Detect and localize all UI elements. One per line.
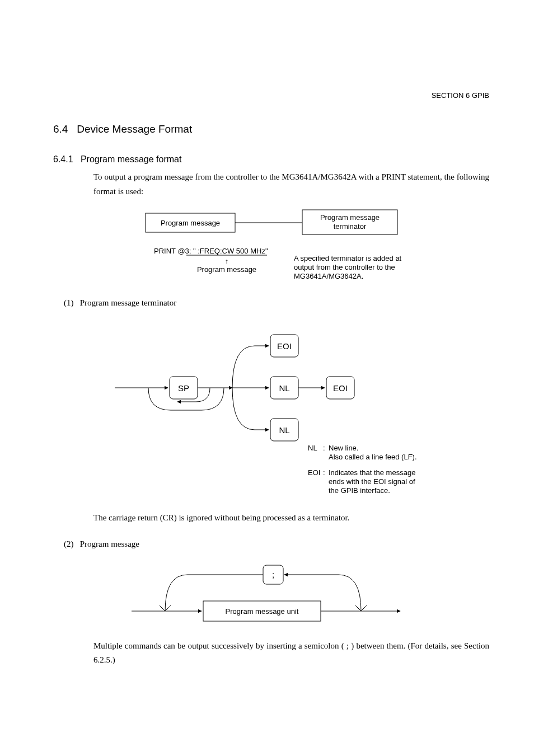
- legend-eoi-3: the GPIB interface.: [329, 486, 390, 495]
- eoi-box-top: EOI: [277, 341, 292, 351]
- item-1: (1) Program message terminator: [80, 296, 489, 311]
- box-program-message: Program message: [160, 219, 219, 227]
- diagram-program-message-format: Program message Program message terminat…: [87, 209, 456, 293]
- legend-nl-1: New line.: [329, 444, 358, 452]
- note-line2: output from the controller to the: [294, 263, 395, 271]
- arrow-up: ↑: [224, 257, 228, 265]
- section-header-text: SECTION 6 GPIB: [432, 91, 489, 100]
- nl-box-mid: NL: [279, 383, 289, 393]
- diagram-terminator: SP EOI NL EOI NL NL : New line. Also cal…: [87, 321, 456, 500]
- heading-number: 6.4: [53, 123, 68, 135]
- item-1-num: (1): [64, 298, 74, 307]
- example-sub: Program message: [196, 265, 256, 274]
- box-terminator-top: Program message: [320, 213, 379, 222]
- semicolon-box: ;: [271, 570, 274, 579]
- subheading-number: 6.4.1: [53, 154, 73, 164]
- legend-nl-2: Also called a line feed (LF).: [329, 453, 417, 461]
- print-example: PRINT @3; " :FREQ:CW 500 MHz": [154, 247, 268, 255]
- item-2: (2) Program message: [80, 537, 489, 552]
- intro-paragraph: To output a program message from the con…: [93, 170, 489, 199]
- legend-eoi-1: Indicates that the message: [329, 468, 415, 477]
- legend-nl-colon: :: [323, 444, 325, 452]
- item-1-title: Program message terminator: [80, 298, 176, 307]
- para-cr-ignored: The carriage return (CR) is ignored with…: [93, 511, 489, 525]
- sp-box: SP: [177, 383, 189, 393]
- eoi-box-mid: EOI: [333, 383, 348, 393]
- legend-eoi-key: EOI: [308, 468, 320, 477]
- box-terminator-bot: terminator: [333, 222, 366, 231]
- heading-6-4: 6.4 Device Message Format: [53, 123, 489, 135]
- diagram-program-message-unit: Program message unit ;: [115, 561, 428, 628]
- heading-6-4-1: 6.4.1 Program message format: [53, 154, 489, 165]
- para-multiple-commands: Multiple commands can be output successi…: [93, 639, 489, 668]
- unit-box: Program message unit: [225, 607, 298, 616]
- nl-box-bot: NL: [279, 425, 289, 435]
- item-2-title: Program message: [80, 539, 139, 548]
- legend-eoi-2: ends with the EOI signal of: [329, 477, 415, 486]
- legend-nl-key: NL: [308, 444, 317, 452]
- note-line3: MG3641A/MG3642A.: [294, 272, 363, 280]
- subheading-title: Program message format: [81, 154, 182, 164]
- note-line1: A specified terminator is added at: [294, 254, 402, 262]
- heading-title: Device Message Format: [77, 123, 192, 135]
- legend-eoi-colon: :: [323, 468, 325, 477]
- item-2-num: (2): [64, 539, 74, 548]
